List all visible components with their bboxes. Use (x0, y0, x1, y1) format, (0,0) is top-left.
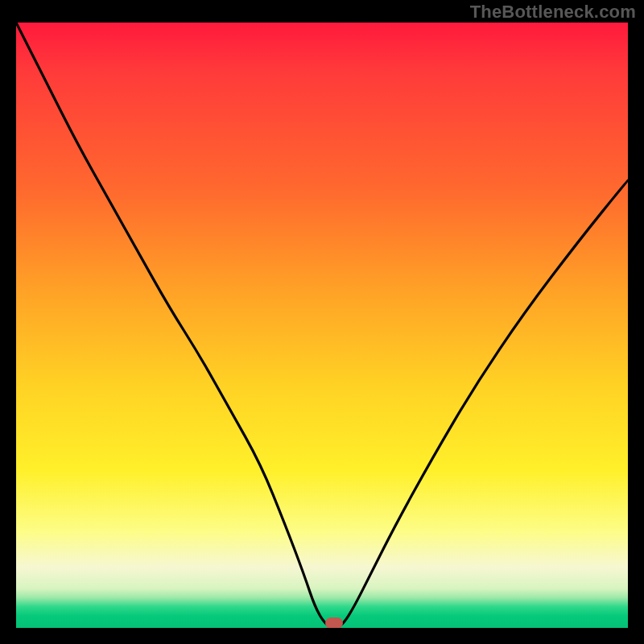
bottleneck-marker (325, 617, 343, 628)
bottleneck-curve (16, 23, 628, 628)
plot-area (16, 23, 628, 628)
watermark-label: TheBottleneck.com (470, 2, 636, 23)
chart-frame: TheBottleneck.com (0, 0, 644, 644)
